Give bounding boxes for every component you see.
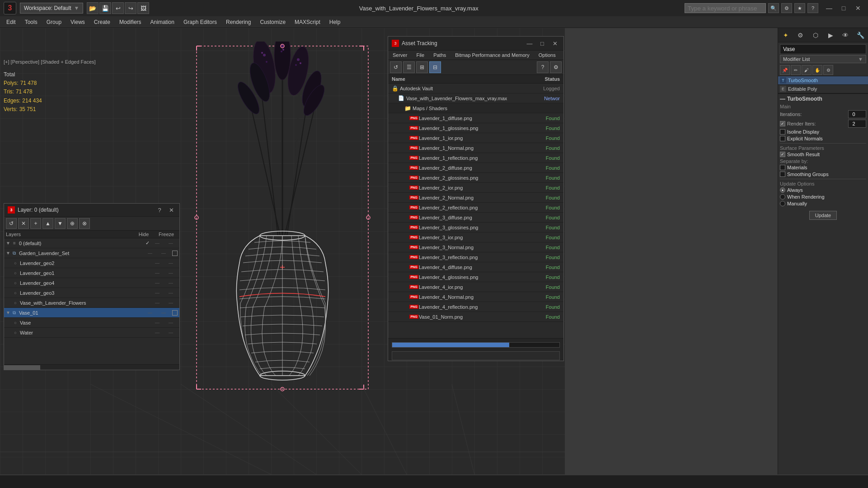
asset-toolbar-reload-btn[interactable]: ↺	[390, 61, 402, 73]
render-icon[interactable]: 🖼	[137, 2, 149, 14]
layer-scrollbar[interactable]	[4, 364, 179, 370]
search-input[interactable]	[685, 3, 766, 13]
help-btn[interactable]: ?	[807, 3, 818, 13]
layer-toolbar-deselect-btn[interactable]: ⊗	[79, 218, 90, 229]
mod-hand-icon[interactable]: ✋	[812, 65, 822, 75]
layer-toolbar-add-btn[interactable]: +	[30, 218, 41, 229]
ts-render-iters-input[interactable]	[848, 120, 866, 128]
asset-row[interactable]: PNG Lavender_4_reflection.png Found	[388, 302, 563, 312]
window-minimize-btn[interactable]: —	[823, 2, 835, 14]
asset-toolbar-list-btn[interactable]: ☰	[403, 61, 415, 73]
menu-modifiers[interactable]: Modifiers	[115, 16, 146, 28]
asset-toolbar-grid-btn[interactable]: ⊞	[416, 61, 428, 73]
layer-panel-close-btn[interactable]: ✕	[167, 205, 176, 214]
ts-smooth-result-check[interactable]	[780, 152, 785, 157]
menu-maxscript[interactable]: MAXScript	[290, 16, 325, 28]
menu-group[interactable]: Group	[42, 16, 66, 28]
menu-tools[interactable]: Tools	[20, 16, 42, 28]
layer-scrollbar-thumb[interactable]	[4, 365, 40, 370]
layer-toolbar-select-btn[interactable]: ⊕	[67, 218, 78, 229]
favorites-btn[interactable]: ★	[794, 3, 805, 13]
rp-modify-icon[interactable]: ⚙	[794, 29, 807, 42]
redo-icon[interactable]: ↪	[125, 2, 136, 14]
ts-render-iters-check[interactable]	[780, 121, 785, 126]
rp-utilities-icon[interactable]: 🔧	[854, 29, 867, 42]
menu-rendering[interactable]: Rendering	[221, 16, 255, 28]
layer-panel-help-btn[interactable]: ?	[155, 205, 164, 214]
asset-row[interactable]: PNG Lavender_3_Normal.png Found	[388, 242, 563, 252]
layer-row[interactable]: ○ Lavender_geo3 — —	[4, 288, 179, 298]
layer-expand-icon[interactable]: ▼	[6, 310, 10, 315]
asset-menu-file[interactable]: File	[412, 51, 429, 59]
asset-row[interactable]: PNG Lavender_1_reflection.png Found	[388, 153, 563, 163]
rp-motion-icon[interactable]: ▶	[824, 29, 837, 42]
layer-row[interactable]: ○ Vase — —	[4, 318, 179, 328]
asset-row[interactable]: PNG Lavender_3_glossines.png Found	[388, 223, 563, 232]
asset-row[interactable]: PNG Lavender_4_Normal.png Found	[388, 292, 563, 302]
asset-row[interactable]: PNG Lavender_2_diffuse.png Found	[388, 163, 563, 173]
layer-row[interactable]: ○ Water — —	[4, 328, 179, 338]
asset-row[interactable]: PNG Lavender_1_ior.png Found	[388, 133, 563, 143]
layer-expand-icon[interactable]: ▼	[6, 241, 10, 246]
asset-row[interactable]: PNG Lavender_2_reflection.png Found	[388, 203, 563, 213]
ts-when-rendering-radio[interactable]	[780, 194, 785, 200]
asset-menu-server[interactable]: Server	[388, 51, 412, 59]
rp-create-icon[interactable]: ✦	[779, 29, 792, 42]
window-maximize-btn[interactable]: □	[837, 2, 850, 14]
asset-panel-close-btn[interactable]: ✕	[550, 38, 560, 48]
undo-icon[interactable]: ↩	[112, 2, 124, 14]
mod-pin-icon[interactable]: 📌	[780, 65, 790, 75]
asset-row[interactable]: 🔒 Autodesk Vault Logged	[388, 84, 563, 93]
modifier-list-label[interactable]: Modifier List ▼	[780, 55, 866, 63]
menu-customize[interactable]: Customize	[255, 16, 290, 28]
layer-row[interactable]: ○ Lavender_geo4 — —	[4, 278, 179, 288]
asset-row[interactable]: PNG Lavender_3_reflection.png Found	[388, 252, 563, 262]
layer-row[interactable]: ○ Lavender_geo2 — —	[4, 258, 179, 268]
modifier-turbosmooth[interactable]: T TurboSmooth	[778, 76, 868, 85]
search-btn[interactable]: 🔍	[768, 3, 779, 13]
rp-hierarchy-icon[interactable]: ⬡	[809, 29, 822, 42]
asset-menu-bitmap[interactable]: Bitmap Performance and Memory	[450, 51, 534, 59]
ts-always-radio[interactable]	[780, 187, 785, 193]
asset-row[interactable]: PNG Lavender_1_glossines.png Found	[388, 123, 563, 133]
rp-display-icon[interactable]: 👁	[839, 29, 852, 42]
menu-edit[interactable]: Edit	[2, 16, 20, 28]
ts-manually-radio[interactable]	[780, 201, 785, 206]
asset-row[interactable]: PNG Lavender_3_diffuse.png Found	[388, 213, 563, 223]
asset-row[interactable]: PNG Lavender_2_glossines.png Found	[388, 173, 563, 183]
asset-row[interactable]: PNG Lavender_2_ior.png Found	[388, 183, 563, 193]
mod-config-icon[interactable]: ⚙	[823, 65, 833, 75]
ts-update-button[interactable]: Update	[809, 211, 837, 220]
asset-row[interactable]: PNG Lavender_4_glossines.png Found	[388, 272, 563, 282]
mod-edit-icon[interactable]: ✏	[791, 65, 801, 75]
menu-animation[interactable]: Animation	[146, 16, 179, 28]
asset-row[interactable]: PNG Vase_01_Norm.png Found	[388, 312, 563, 322]
asset-panel-minimize-btn[interactable]: —	[525, 38, 535, 48]
open-file-icon[interactable]: 📂	[87, 2, 99, 14]
asset-menu-paths[interactable]: Paths	[429, 51, 450, 59]
asset-row[interactable]: PNG Lavender_4_diffuse.png Found	[388, 262, 563, 272]
asset-row[interactable]: PNG Lavender_2_Normal.png Found	[388, 193, 563, 203]
menu-create[interactable]: Create	[89, 16, 115, 28]
asset-panel-maximize-btn[interactable]: □	[537, 38, 547, 48]
ts-materials-check[interactable]	[780, 165, 785, 170]
asset-toolbar-config-btn[interactable]: ⚙	[550, 61, 562, 73]
save-icon[interactable]: 💾	[99, 2, 111, 14]
layer-toolbar-down-btn[interactable]: ▼	[55, 218, 66, 229]
asset-row[interactable]: PNG Lavender_1_diffuse.png Found	[388, 113, 563, 123]
layer-toolbar-up-btn[interactable]: ▲	[42, 218, 53, 229]
layer-toolbar-refresh-btn[interactable]: ↺	[6, 218, 17, 229]
layer-expand-icon[interactable]: ▼	[6, 251, 10, 256]
ts-smoothing-check[interactable]	[780, 172, 785, 177]
layer-row[interactable]: ○ Vase_with_Lavender_Flowers — —	[4, 298, 179, 308]
workspace-selector[interactable]: Workspace: Default ▼	[20, 3, 83, 14]
window-close-btn[interactable]: ✕	[852, 2, 864, 14]
asset-row[interactable]: PNG Lavender_1_Normal.png Found	[388, 143, 563, 153]
asset-toolbar-help-btn[interactable]: ?	[537, 61, 549, 73]
asset-row[interactable]: PNG Lavender_4_ior.png Found	[388, 282, 563, 292]
asset-menu-options[interactable]: Options	[534, 51, 560, 59]
menu-help[interactable]: Help	[325, 16, 345, 28]
layer-row[interactable]: ▼ ⧉ Vase_01 — —	[4, 308, 179, 318]
modifier-editable-poly[interactable]: E Editable Poly	[778, 85, 868, 93]
ts-explicit-check[interactable]	[780, 136, 785, 141]
